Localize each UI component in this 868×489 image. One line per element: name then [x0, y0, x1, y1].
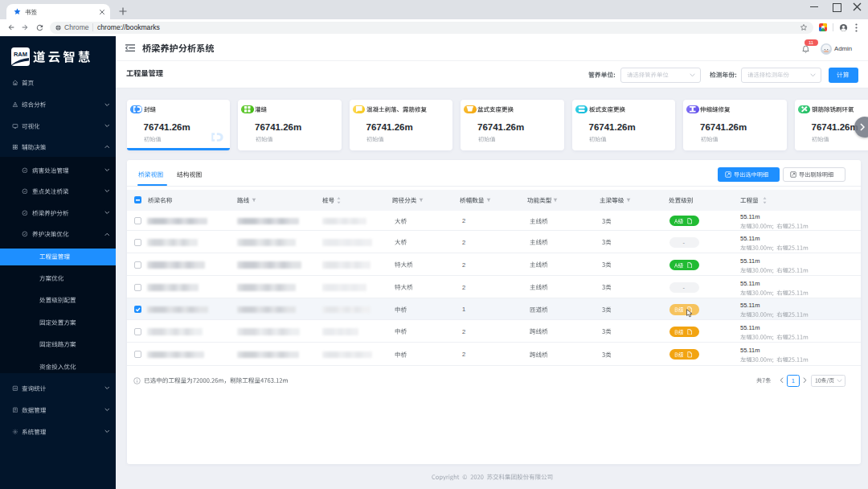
svg-text:RAM: RAM — [14, 51, 27, 58]
